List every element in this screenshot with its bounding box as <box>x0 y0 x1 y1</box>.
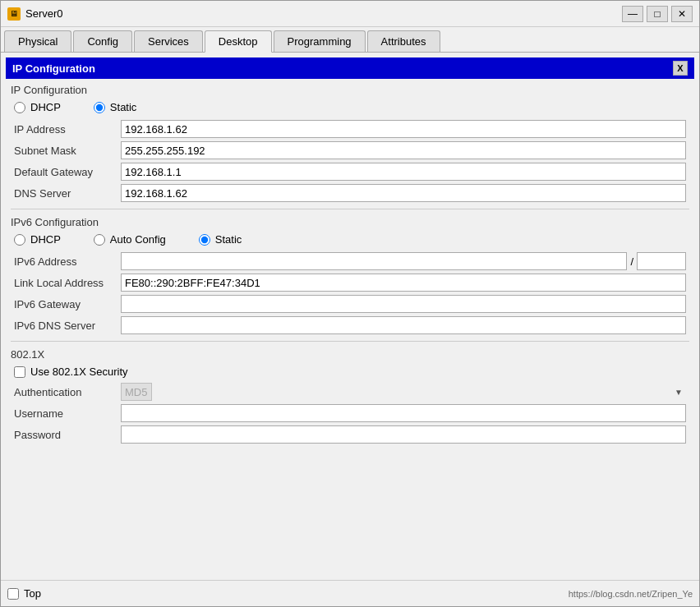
dns-server-row: DNS Server <box>6 184 694 202</box>
minimize-button[interactable]: — <box>622 6 643 22</box>
ipv6-dhcp-label: DHCP <box>30 233 61 246</box>
default-gateway-label: Default Gateway <box>14 166 121 178</box>
ipv6-dns-input[interactable] <box>121 316 686 334</box>
dot1x-checkbox-label: Use 802.1X Security <box>30 366 128 378</box>
ipv6-prefix-input[interactable] <box>637 252 686 270</box>
dns-server-label: DNS Server <box>14 187 121 200</box>
tab-attributes[interactable]: Attributes <box>367 30 440 52</box>
tab-bar: Physical Config Services Desktop Program… <box>1 27 699 53</box>
ipv6-address-label: IPv6 Address <box>14 255 121 268</box>
watermark: https://blog.csdn.net/Zripen_Ye <box>569 589 693 599</box>
ipv4-static-radio[interactable] <box>94 102 105 113</box>
ip-address-input[interactable] <box>121 120 686 138</box>
ipv4-static-option[interactable]: Static <box>94 101 137 113</box>
default-gateway-row: Default Gateway <box>6 163 694 181</box>
panel-header: IP Configuration X <box>6 57 694 79</box>
ipv6-radio-row: DHCP Auto Config Static <box>14 233 694 246</box>
auth-select[interactable]: MD5 <box>121 383 152 401</box>
panel-title: IP Configuration <box>12 62 95 75</box>
ipv6-gateway-input[interactable] <box>121 295 686 313</box>
subnet-mask-input[interactable] <box>121 141 686 159</box>
subnet-mask-label: Subnet Mask <box>14 145 121 157</box>
link-local-row: Link Local Address <box>6 274 694 292</box>
ipv6-dns-label: IPv6 DNS Server <box>14 320 121 332</box>
ipv6-gateway-row: IPv6 Gateway <box>6 295 694 313</box>
ipv6-address-input[interactable] <box>121 252 627 270</box>
link-local-label: Link Local Address <box>14 277 121 289</box>
ipv6-autoconfig-radio[interactable] <box>94 234 105 246</box>
link-local-input[interactable] <box>121 274 686 292</box>
ipv6-static-label: Static <box>215 233 242 246</box>
dot1x-checkbox-row[interactable]: Use 802.1X Security <box>14 366 694 378</box>
app-icon: 🖥 <box>7 7 21 21</box>
bottom-bar: Top https://blog.csdn.net/Zripen_Ye <box>1 580 699 606</box>
tab-programming[interactable]: Programming <box>274 30 366 52</box>
maximize-button[interactable]: □ <box>647 6 668 22</box>
dns-server-input[interactable] <box>121 184 686 202</box>
username-row: Username <box>6 404 694 422</box>
ipv6-static-option[interactable]: Static <box>199 233 242 246</box>
content-area: IP Configuration X IP Configuration DHCP… <box>1 53 699 580</box>
auth-row: Authentication MD5 <box>6 383 694 401</box>
top-checkbox[interactable] <box>7 588 19 600</box>
window: 🖥 Server0 — □ ✕ Physical Config Services… <box>0 0 700 607</box>
ipv6-section-label: IPv6 Configuration <box>11 216 694 228</box>
ipv6-autoconfig-option[interactable]: Auto Config <box>94 233 166 246</box>
ipv6-static-radio[interactable] <box>199 234 210 246</box>
auth-select-wrapper: MD5 <box>121 383 686 401</box>
top-label: Top <box>24 587 41 600</box>
dot1x-checkbox[interactable] <box>14 366 25 378</box>
tab-services[interactable]: Services <box>134 30 203 52</box>
tab-config[interactable]: Config <box>73 30 132 52</box>
default-gateway-input[interactable] <box>121 163 686 181</box>
window-title: Server0 <box>25 7 63 20</box>
divider-2 <box>11 341 689 342</box>
username-label: Username <box>14 407 121 420</box>
password-input[interactable] <box>121 425 686 444</box>
ipv6-dhcp-option[interactable]: DHCP <box>14 233 61 246</box>
divider-1 <box>11 209 689 209</box>
username-input[interactable] <box>121 404 686 422</box>
ipv4-static-label: Static <box>110 101 137 113</box>
ipv4-dhcp-radio[interactable] <box>14 102 25 113</box>
ipv6-autoconfig-label: Auto Config <box>110 233 166 246</box>
close-button[interactable]: ✕ <box>671 6 693 22</box>
subnet-mask-row: Subnet Mask <box>6 141 694 159</box>
ipv6-address-row: IPv6 Address / <box>6 252 694 270</box>
ipv6-dns-row: IPv6 DNS Server <box>6 316 694 334</box>
password-row: Password <box>6 425 694 444</box>
title-bar-left: 🖥 Server0 <box>7 7 63 21</box>
ipv6-slash: / <box>627 255 637 268</box>
dot1x-section-label: 802.1X <box>11 348 694 361</box>
ipv4-dhcp-label: DHCP <box>30 101 61 113</box>
ip-address-label: IP Address <box>14 123 121 136</box>
ipv4-dhcp-option[interactable]: DHCP <box>14 101 61 113</box>
tab-physical[interactable]: Physical <box>4 30 71 52</box>
ipv6-gateway-label: IPv6 Gateway <box>14 298 121 310</box>
title-bar: 🖥 Server0 — □ ✕ <box>1 1 699 27</box>
tab-desktop[interactable]: Desktop <box>205 30 272 53</box>
auth-label: Authentication <box>14 386 121 398</box>
ip-address-row: IP Address <box>6 120 694 138</box>
bottom-left: Top <box>7 587 41 600</box>
panel-close-button[interactable]: X <box>673 61 688 76</box>
ipv6-dhcp-radio[interactable] <box>14 234 25 246</box>
ipv4-section-label: IP Configuration <box>11 84 694 96</box>
ipv4-radio-row: DHCP Static <box>14 101 694 113</box>
window-controls: — □ ✕ <box>622 6 693 22</box>
password-label: Password <box>14 429 121 441</box>
